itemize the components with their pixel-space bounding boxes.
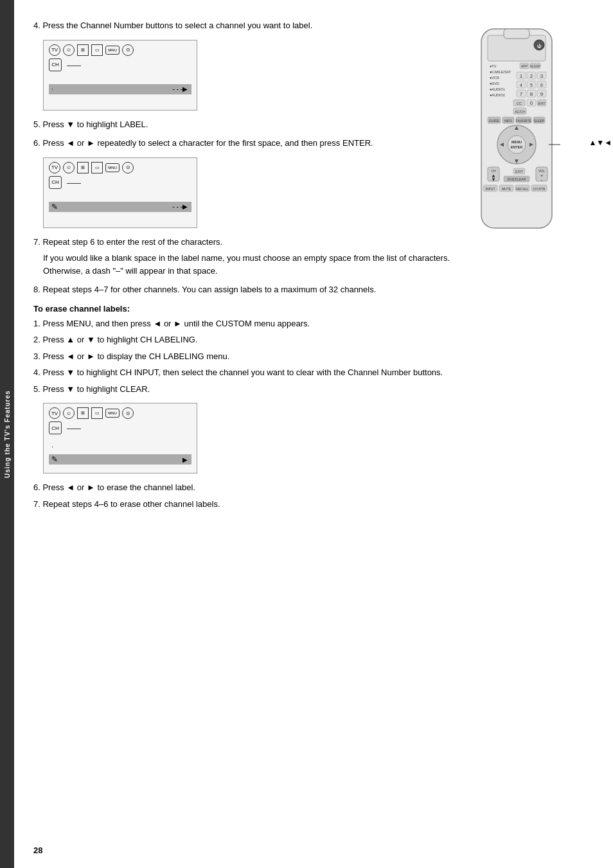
- erase-section-header: To erase channel labels:: [33, 304, 452, 314]
- svg-text:ENT: ENT: [538, 102, 546, 105]
- icon-c3-3: ⊙: [122, 407, 134, 419]
- svg-text:7: 7: [520, 91, 523, 97]
- bar-cursor-2: ✎: [49, 202, 58, 211]
- icon-small-3: CH: [49, 421, 62, 434]
- icon-c2-2: ☺: [63, 162, 75, 173]
- svg-text:CC: CC: [517, 102, 522, 105]
- highlight-bar-3: ✎ ▶: [49, 454, 191, 465]
- svg-text:●DVD: ●DVD: [490, 82, 499, 85]
- svg-text:RECALL: RECALL: [516, 187, 529, 191]
- svg-text:INPUT: INPUT: [486, 187, 495, 191]
- step-5-block: 5. Press ▼ to highlight LABEL.: [33, 118, 452, 131]
- svg-text:APP: APP: [521, 64, 528, 68]
- erase-step-2: 2. Press ▲ or ▼ to highlight CH LABELING…: [33, 333, 452, 346]
- side-tab-text: Using the TV's Features: [4, 390, 11, 478]
- svg-text:4: 4: [520, 83, 522, 87]
- svg-text:ENTER: ENTER: [511, 145, 523, 149]
- erase-step-4: 4. Press ▼ to highlight CH INPUT, then s…: [33, 366, 452, 379]
- svg-text:MUTE: MUTE: [502, 187, 511, 191]
- bar-arrow-3: ▶: [182, 456, 188, 463]
- icon-small-1: CH: [49, 58, 62, 71]
- arrow-indicator-label: ▲▼◄►: [589, 138, 613, 147]
- svg-text:DVD/CLEAR: DVD/CLEAR: [508, 177, 526, 181]
- svg-text:SLEEP: SLEEP: [534, 119, 545, 123]
- svg-text:EXIT: EXIT: [515, 170, 524, 173]
- erase-step-5: 5. Press ▼ to highlight CLEAR.: [33, 383, 452, 396]
- step-8-text: 8. Repeat steps 4–7 for other channels. …: [33, 283, 452, 296]
- icon-small-2: CH: [49, 176, 62, 189]
- svg-rect-2: [504, 29, 529, 39]
- icon-c3-2: ⊙: [122, 162, 134, 173]
- step-8-block: 8. Repeat steps 4–7 for other channels. …: [33, 283, 452, 296]
- erase-step-3: 3. Press ◄ or ► to display the CH LABELI…: [33, 350, 452, 363]
- svg-text:SLEEP: SLEEP: [530, 64, 541, 68]
- svg-text:1: 1: [520, 73, 523, 79]
- bar-cursor-3: ✎: [49, 455, 58, 464]
- step-5-text: 5. Press ▼ to highlight LABEL.: [33, 118, 452, 131]
- erase-step-6: 6. Press ◄ or ► to erase the channel lab…: [33, 481, 452, 494]
- highlight-bar-1: · - - -▶: [49, 84, 191, 94]
- remote-container: ⏻ ●TV ●CABLE/SAT ●VCR ●DVD ●AUDIO1 ●AUDI…: [465, 26, 594, 233]
- bar-cursor-1: ·: [49, 85, 53, 93]
- svg-text:5: 5: [530, 83, 533, 87]
- screen-dash-label-2: ——: [67, 179, 81, 186]
- icon-r1-3: MNU: [105, 409, 120, 418]
- svg-text:2: 2: [530, 73, 533, 79]
- step-6-block: 6. Press ◄ or ► repeatedly to select a c…: [33, 137, 452, 228]
- svg-text:▼: ▼: [491, 177, 496, 182]
- screen-box-2: TV ☺ ⊞ ▭ MNU ⊙ CH ——: [43, 157, 197, 228]
- screen-box-1: TV ☺ ⊞ ▭ MNU ⊙ CH ——: [43, 40, 197, 111]
- svg-text:●VCR: ●VCR: [490, 76, 499, 80]
- icon-s1-3: ⊞: [77, 407, 89, 419]
- svg-text:▲: ▲: [513, 124, 520, 131]
- svg-text:GUIDE: GUIDE: [489, 119, 500, 123]
- bar-arrow-2: - - -▶: [172, 203, 188, 210]
- highlight-bar-2: ✎ - - -▶: [49, 202, 191, 212]
- icon-r1-2: MNU: [105, 163, 120, 172]
- svg-text:●AUDIO2: ●AUDIO2: [490, 93, 505, 97]
- svg-text:⏻: ⏻: [537, 44, 542, 48]
- icon-s1-2: ⊞: [77, 162, 89, 173]
- screen-dot-3: ·: [51, 443, 53, 450]
- svg-text:-: -: [541, 177, 543, 182]
- step-7-block: 7. Repeat step 6 to enter the rest of th…: [33, 236, 452, 278]
- icon-sq1: ⊞: [77, 44, 89, 56]
- icon-circle2: ☺: [63, 44, 75, 56]
- svg-text:6: 6: [540, 83, 543, 87]
- svg-text:●TV: ●TV: [490, 64, 497, 68]
- side-tab: Using the TV's Features: [0, 0, 14, 868]
- step-7-note: If you would like a blank space in the l…: [33, 252, 452, 277]
- svg-text:3: 3: [540, 73, 544, 79]
- screen-dash-label-3: ——: [67, 424, 81, 432]
- svg-text:FAVERITE: FAVERITE: [516, 119, 531, 123]
- bar-arrow-1: - - -▶: [172, 85, 188, 93]
- svg-text:AC/CH: AC/CH: [515, 110, 525, 114]
- svg-text:9: 9: [540, 91, 544, 97]
- step-4-block: 4. Press the Channel Number buttons to s…: [33, 19, 452, 111]
- icon-c2-3: ☺: [63, 407, 75, 419]
- erase-step-7: 7. Repeat steps 4–6 to erase other chann…: [33, 498, 452, 511]
- svg-text:MENU: MENU: [511, 140, 522, 144]
- svg-text:INFO: INFO: [504, 119, 512, 123]
- remote-svg: ⏻ ●TV ●CABLE/SAT ●VCR ●DVD ●AUDIO1 ●AUDI…: [465, 26, 568, 231]
- svg-text:●AUDIO1: ●AUDIO1: [490, 87, 505, 91]
- erase-list: 1. Press MENU, and then press ◄ or ► unt…: [33, 317, 452, 396]
- svg-text:0: 0: [530, 100, 533, 106]
- icon-tv-2: TV: [49, 162, 60, 173]
- erase-step-1: 1. Press MENU, and then press ◄ or ► unt…: [33, 317, 452, 330]
- svg-text:▼: ▼: [513, 157, 520, 164]
- svg-text:8: 8: [530, 91, 533, 97]
- svg-text:●CABLE/SAT: ●CABLE/SAT: [490, 70, 511, 74]
- icon-tv: TV: [49, 44, 60, 56]
- icon-rd1: MNU: [105, 46, 120, 55]
- icon-sq2: ▭: [91, 44, 103, 56]
- svg-text:◄: ◄: [499, 141, 505, 148]
- svg-text:CH RTN: CH RTN: [533, 187, 546, 191]
- svg-point-51: [508, 136, 526, 154]
- icon-c3: ⊙: [122, 44, 134, 56]
- screen-dash-label-1: ——: [67, 61, 81, 69]
- step-4-text: 4. Press the Channel Number buttons to s…: [33, 19, 452, 32]
- icon-s2-3: ▭: [91, 407, 103, 419]
- step-6-text: 6. Press ◄ or ► repeatedly to select a c…: [33, 137, 452, 150]
- screen-box-3: TV ☺ ⊞ ▭ MNU ⊙ CH ——: [43, 403, 197, 474]
